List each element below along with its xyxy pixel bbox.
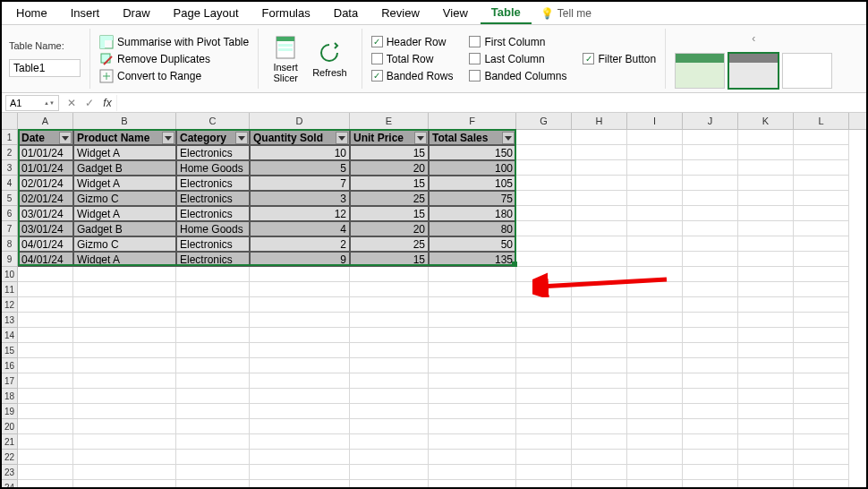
- cell[interactable]: [738, 450, 794, 465]
- cell[interactable]: 04/01/24: [18, 236, 73, 252]
- cell[interactable]: [18, 434, 73, 450]
- remove-duplicates-button[interactable]: Remove Duplicates: [99, 52, 249, 66]
- row-header[interactable]: 18: [2, 389, 18, 404]
- cell[interactable]: [683, 206, 738, 221]
- cell[interactable]: [73, 465, 176, 480]
- cell[interactable]: [738, 252, 794, 267]
- tell-me-search[interactable]: 💡Tell me: [533, 4, 599, 23]
- cell[interactable]: [516, 389, 572, 404]
- cell[interactable]: [627, 252, 683, 267]
- cell[interactable]: [73, 450, 176, 465]
- cell[interactable]: [176, 313, 250, 328]
- cell[interactable]: 03/01/24: [18, 221, 73, 236]
- cell[interactable]: [572, 221, 627, 236]
- cell[interactable]: [627, 343, 683, 358]
- cell[interactable]: 75: [429, 191, 516, 206]
- cell[interactable]: [794, 160, 849, 176]
- cell[interactable]: [73, 328, 176, 343]
- cell[interactable]: [738, 145, 794, 160]
- cell[interactable]: [572, 328, 627, 343]
- first-column-checkbox[interactable]: First Column: [469, 36, 566, 48]
- cell[interactable]: Electronics: [176, 206, 250, 221]
- cell[interactable]: Electronics: [176, 176, 250, 191]
- cell[interactable]: [683, 160, 738, 176]
- cell[interactable]: Electronics: [176, 252, 250, 267]
- cell[interactable]: [572, 297, 627, 313]
- row-header[interactable]: 16: [2, 358, 18, 373]
- cell[interactable]: [350, 419, 429, 434]
- cell[interactable]: [250, 267, 350, 282]
- cell[interactable]: [73, 343, 176, 358]
- cell[interactable]: [516, 434, 572, 450]
- cell[interactable]: [572, 389, 627, 404]
- cell[interactable]: 15: [350, 176, 429, 191]
- row-header[interactable]: 12: [2, 297, 18, 313]
- cell[interactable]: [250, 404, 350, 419]
- cell[interactable]: [250, 282, 350, 297]
- cell[interactable]: [794, 130, 849, 145]
- cell[interactable]: [250, 480, 350, 489]
- name-box[interactable]: A1 ▲▼: [5, 95, 59, 111]
- cell[interactable]: [738, 160, 794, 176]
- cell[interactable]: [429, 282, 516, 297]
- cell[interactable]: [350, 404, 429, 419]
- cell[interactable]: [572, 191, 627, 206]
- cell[interactable]: [176, 358, 250, 373]
- cell[interactable]: 7: [250, 176, 350, 191]
- cell[interactable]: [350, 389, 429, 404]
- cell[interactable]: [429, 404, 516, 419]
- cell[interactable]: Gizmo C: [73, 236, 176, 252]
- cell[interactable]: [176, 465, 250, 480]
- cell[interactable]: [572, 160, 627, 176]
- cell[interactable]: Quantity Sold: [250, 130, 350, 145]
- cell[interactable]: [683, 450, 738, 465]
- cell[interactable]: [18, 465, 73, 480]
- row-header[interactable]: 17: [2, 373, 18, 389]
- cell[interactable]: [738, 282, 794, 297]
- cell[interactable]: [176, 404, 250, 419]
- cell[interactable]: [627, 236, 683, 252]
- cell[interactable]: [794, 191, 849, 206]
- cell[interactable]: [429, 267, 516, 282]
- cell[interactable]: [627, 221, 683, 236]
- cell[interactable]: [18, 297, 73, 313]
- cell[interactable]: [627, 191, 683, 206]
- cell[interactable]: [627, 434, 683, 450]
- cell[interactable]: [794, 221, 849, 236]
- filter-dropdown-icon[interactable]: [502, 132, 515, 144]
- cell[interactable]: [516, 236, 572, 252]
- cell[interactable]: [350, 450, 429, 465]
- cell[interactable]: 4: [250, 221, 350, 236]
- cell[interactable]: [350, 297, 429, 313]
- cell[interactable]: [429, 389, 516, 404]
- table-style-thumb[interactable]: [675, 53, 725, 89]
- cell[interactable]: [18, 343, 73, 358]
- ribbon-tab-data[interactable]: Data: [323, 3, 369, 23]
- cell[interactable]: Electronics: [176, 191, 250, 206]
- cell[interactable]: 9: [250, 252, 350, 267]
- cell[interactable]: [794, 343, 849, 358]
- cell[interactable]: [683, 297, 738, 313]
- cell[interactable]: [738, 130, 794, 145]
- row-header[interactable]: 7: [2, 221, 18, 236]
- cell[interactable]: [572, 480, 627, 489]
- cell[interactable]: 5: [250, 160, 350, 176]
- banded-rows-checkbox[interactable]: Banded Rows: [371, 70, 454, 82]
- cell[interactable]: [176, 373, 250, 389]
- cell[interactable]: 15: [350, 206, 429, 221]
- cell[interactable]: [572, 313, 627, 328]
- cell[interactable]: 10: [250, 145, 350, 160]
- banded-columns-checkbox[interactable]: Banded Columns: [469, 70, 566, 82]
- filter-dropdown-icon[interactable]: [59, 132, 72, 144]
- cell[interactable]: [429, 465, 516, 480]
- cell[interactable]: [683, 145, 738, 160]
- cell[interactable]: [429, 434, 516, 450]
- cell[interactable]: [350, 328, 429, 343]
- cell[interactable]: [683, 465, 738, 480]
- cell[interactable]: 20: [350, 221, 429, 236]
- cell[interactable]: [516, 206, 572, 221]
- cell[interactable]: [250, 373, 350, 389]
- cell[interactable]: [73, 297, 176, 313]
- cell[interactable]: [627, 206, 683, 221]
- cell[interactable]: 3: [250, 191, 350, 206]
